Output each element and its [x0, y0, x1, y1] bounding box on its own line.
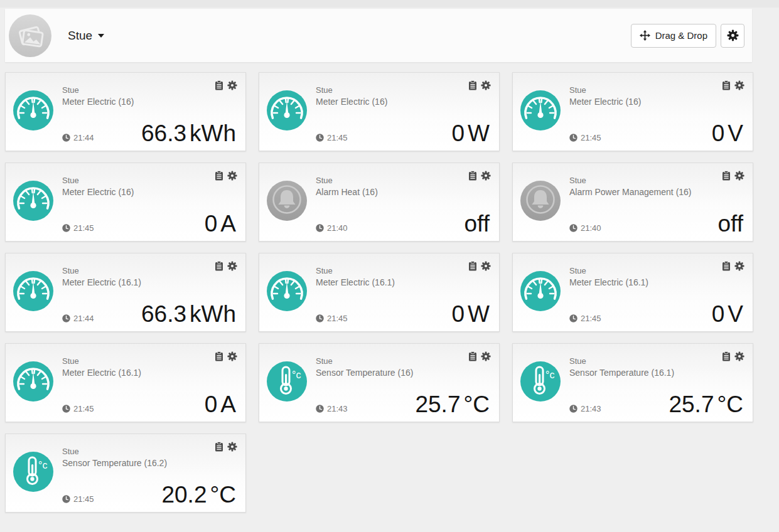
device-value-row: 25.7°C: [415, 393, 490, 416]
log-icon[interactable]: [722, 171, 731, 181]
room-dropdown[interactable]: Stue: [68, 29, 104, 43]
device-settings-gear-icon[interactable]: [227, 351, 237, 361]
device-titles: Stue Meter Electric (16.1): [62, 356, 141, 380]
device-name: Meter Electric (16): [62, 96, 134, 109]
device-titles: Stue Sensor Temperature (16.1): [569, 356, 674, 380]
device-card[interactable]: Stue Meter Electric (16.1): [5, 253, 246, 332]
device-unit: V: [728, 120, 743, 146]
device-value-row: off: [718, 212, 743, 235]
device-value-row: 0A: [205, 212, 236, 235]
last-update-row: 21:45: [569, 314, 601, 323]
room-header: Stue Drag & Drop: [5, 9, 752, 62]
alarm-bell-icon: [520, 179, 561, 222]
last-update-time: 21:45: [327, 314, 348, 323]
clock-icon: [62, 224, 70, 232]
last-update-row: 21:45: [569, 133, 601, 142]
device-titles: Stue Meter Electric (16.1): [62, 265, 141, 289]
device-value: 25.7: [415, 391, 460, 417]
last-update-time: 21:44: [73, 314, 94, 323]
device-settings-gear-icon[interactable]: [227, 442, 237, 452]
log-icon[interactable]: [215, 442, 223, 452]
clock-icon: [316, 314, 324, 322]
log-icon[interactable]: [215, 171, 223, 181]
last-update-row: 21:43: [316, 404, 348, 413]
device-card[interactable]: Stue Alarm Power Management (16): [512, 162, 753, 242]
device-settings-gear-icon[interactable]: [227, 261, 237, 271]
device-settings-gear-icon[interactable]: [481, 261, 491, 271]
log-icon[interactable]: [468, 351, 477, 361]
gauge-meter-icon: [520, 89, 561, 132]
clock-icon: [62, 314, 70, 322]
gauge-meter-icon: [13, 360, 53, 403]
device-card[interactable]: Stue Alarm Heat (16): [259, 162, 500, 242]
device-unit: °C: [717, 391, 743, 417]
device-settings-gear-icon[interactable]: [734, 261, 744, 271]
device-settings-gear-icon[interactable]: [481, 80, 491, 90]
device-card[interactable]: Stue Meter Electric (16): [512, 72, 753, 151]
log-icon[interactable]: [215, 351, 223, 361]
last-update-time: 21:43: [581, 404, 601, 413]
device-icon-circle: [520, 90, 561, 130]
device-unit: A: [220, 211, 236, 237]
device-card[interactable]: Stue Meter Electric (16): [5, 162, 246, 242]
device-name: Sensor Temperature (16.1): [569, 367, 674, 380]
device-card[interactable]: °c Stue Sensor Temperature (16): [259, 343, 500, 422]
clock-icon: [569, 134, 578, 142]
clock-icon: [569, 405, 578, 413]
device-room-label: Stue: [569, 356, 674, 367]
device-card[interactable]: Stue Meter Electric (16): [5, 72, 246, 151]
device-settings-gear-icon[interactable]: [734, 171, 744, 181]
device-settings-gear-icon[interactable]: [734, 351, 744, 361]
dashboard-settings-button[interactable]: [721, 24, 744, 48]
top-band: [0, 0, 779, 8]
device-value: off: [718, 211, 743, 237]
thermometer-icon: °c: [267, 360, 307, 403]
device-room-label: Stue: [62, 356, 141, 367]
log-icon[interactable]: [722, 80, 731, 90]
device-value: 0: [205, 391, 218, 417]
device-settings-gear-icon[interactable]: [481, 171, 491, 181]
device-card[interactable]: Stue Meter Electric (16.1): [512, 253, 753, 332]
device-titles: Stue Alarm Power Management (16): [569, 175, 692, 199]
log-icon[interactable]: [468, 171, 477, 181]
device-name: Meter Electric (16): [569, 96, 641, 109]
gauge-meter-icon: [520, 270, 561, 312]
device-icon-circle: [267, 181, 307, 221]
device-value: 0: [712, 120, 725, 146]
device-unit: kWh: [190, 301, 236, 327]
device-name: Sensor Temperature (16.2): [62, 457, 167, 470]
log-icon[interactable]: [215, 261, 223, 271]
device-settings-gear-icon[interactable]: [227, 171, 237, 181]
device-settings-gear-icon[interactable]: [734, 80, 744, 90]
device-settings-gear-icon[interactable]: [481, 351, 491, 361]
device-value: 20.2: [161, 482, 207, 508]
log-icon[interactable]: [722, 261, 731, 271]
device-value-row: 66.3kWh: [141, 122, 236, 145]
device-unit: °C: [463, 391, 490, 417]
drag-and-drop-button[interactable]: Drag & Drop: [631, 24, 716, 48]
gauge-meter-icon: [13, 89, 53, 132]
gauge-meter-icon: [267, 270, 307, 312]
log-icon[interactable]: [215, 80, 223, 90]
device-value: 0: [712, 301, 725, 327]
clock-icon: [316, 134, 324, 142]
device-value-row: 0W: [451, 302, 490, 326]
device-card[interactable]: Stue Meter Electric (16.1): [259, 253, 500, 332]
device-value: 0: [451, 120, 465, 146]
device-room-label: Stue: [62, 85, 134, 96]
clock-icon: [316, 405, 324, 413]
device-card[interactable]: °c Stue Sensor Temperature (16.1): [512, 343, 753, 422]
last-update-row: 21:40: [569, 223, 601, 233]
device-card[interactable]: Stue Meter Electric (16.1): [5, 343, 246, 422]
device-card[interactable]: °c Stue Sensor Temperature (16.2): [5, 434, 246, 513]
log-icon[interactable]: [468, 261, 477, 271]
clock-icon: [62, 495, 70, 503]
device-icon-circle: °c: [267, 361, 307, 402]
device-name: Meter Electric (16.1): [316, 277, 395, 289]
device-icon-circle: [520, 181, 561, 221]
device-value-row: 0W: [451, 122, 490, 145]
log-icon[interactable]: [722, 351, 731, 361]
log-icon[interactable]: [468, 80, 477, 90]
device-settings-gear-icon[interactable]: [227, 80, 237, 90]
device-card[interactable]: Stue Meter Electric (16): [259, 72, 500, 151]
